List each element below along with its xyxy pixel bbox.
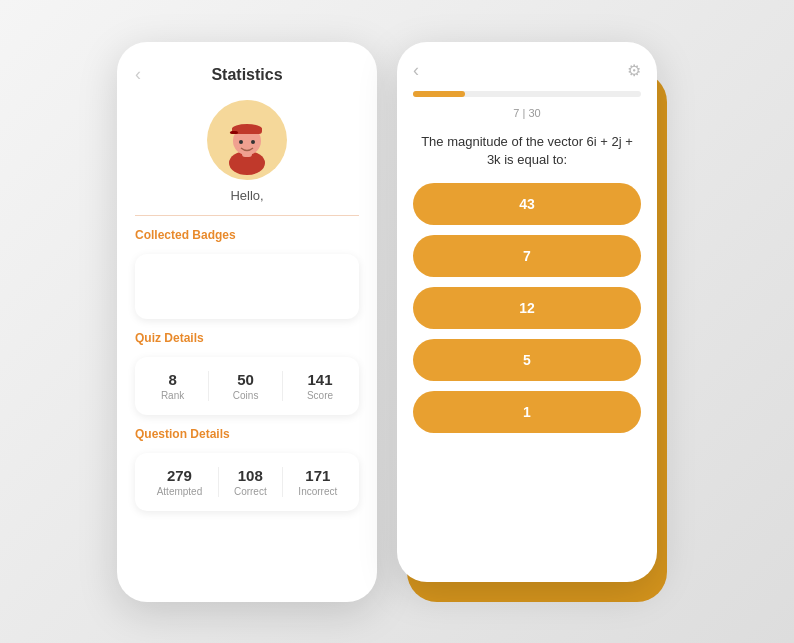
question-text: The magnitude of the vector 6i + 2j + 3k…	[413, 129, 641, 173]
answer-button-5[interactable]: 1	[413, 391, 641, 433]
attempted-value: 279	[167, 467, 192, 484]
incorrect-stat: 171 Incorrect	[298, 467, 337, 497]
rank-value: 8	[168, 371, 176, 388]
badges-section-title: Collected Badges	[135, 228, 359, 242]
stat-divider-2	[282, 371, 283, 401]
progress-bar-fill	[413, 91, 465, 97]
divider	[135, 215, 359, 216]
avatar-circle	[207, 100, 287, 180]
answer-text-4: 5	[523, 352, 531, 368]
answer-text-1: 43	[519, 196, 535, 212]
quiz-header: ‹ ⚙	[413, 60, 641, 81]
rank-stat: 8 Rank	[161, 371, 184, 401]
progress-bar-container	[413, 91, 641, 97]
attempted-label: Attempted	[157, 486, 203, 497]
back-arrow-icon[interactable]: ‹	[135, 64, 141, 85]
quiz-back-icon[interactable]: ‹	[413, 60, 419, 81]
correct-stat: 108 Correct	[234, 467, 267, 497]
answer-text-2: 7	[523, 248, 531, 264]
quiz-phone: ‹ ⚙ 7 | 30 The magnitude of the vector 6…	[397, 42, 657, 582]
correct-label: Correct	[234, 486, 267, 497]
svg-rect-5	[230, 131, 238, 134]
incorrect-label: Incorrect	[298, 486, 337, 497]
answer-button-3[interactable]: 12	[413, 287, 641, 329]
quiz-details-box: 8 Rank 50 Coins 141 Score	[135, 357, 359, 415]
svg-point-6	[239, 140, 243, 144]
answer-text-3: 12	[519, 300, 535, 316]
question-section-title: Question Details	[135, 427, 359, 441]
answer-button-2[interactable]: 7	[413, 235, 641, 277]
attempted-stat: 279 Attempted	[157, 467, 203, 497]
stats-title: Statistics	[211, 66, 282, 84]
statistics-phone: ‹ Statistics	[117, 42, 377, 602]
quiz-section-title: Quiz Details	[135, 331, 359, 345]
answer-button-4[interactable]: 5	[413, 339, 641, 381]
question-stats-row: 279 Attempted 108 Correct 171 Incorrect	[149, 467, 345, 497]
badges-box	[135, 254, 359, 319]
stat-divider-3	[218, 467, 219, 497]
gear-icon[interactable]: ⚙	[627, 61, 641, 80]
score-stat: 141 Score	[307, 371, 333, 401]
scene: ‹ Statistics	[0, 0, 794, 643]
greeting-text: Hello,	[230, 188, 263, 203]
score-label: Score	[307, 390, 333, 401]
coins-stat: 50 Coins	[233, 371, 259, 401]
answer-text-5: 1	[523, 404, 531, 420]
question-details-box: 279 Attempted 108 Correct 171 Incorrect	[135, 453, 359, 511]
avatar-svg	[212, 105, 282, 175]
progress-text: 7 | 30	[413, 107, 641, 119]
coins-value: 50	[237, 371, 254, 388]
incorrect-value: 171	[305, 467, 330, 484]
score-value: 141	[308, 371, 333, 388]
rank-label: Rank	[161, 390, 184, 401]
answer-button-1[interactable]: 43	[413, 183, 641, 225]
quiz-phone-wrapper: ‹ ⚙ 7 | 30 The magnitude of the vector 6…	[397, 42, 677, 602]
correct-value: 108	[238, 467, 263, 484]
svg-point-7	[251, 140, 255, 144]
stats-header: ‹ Statistics	[135, 62, 359, 88]
coins-label: Coins	[233, 390, 259, 401]
quiz-stats-row: 8 Rank 50 Coins 141 Score	[149, 371, 345, 401]
avatar-section: Hello,	[135, 100, 359, 203]
stat-divider-1	[208, 371, 209, 401]
stat-divider-4	[282, 467, 283, 497]
